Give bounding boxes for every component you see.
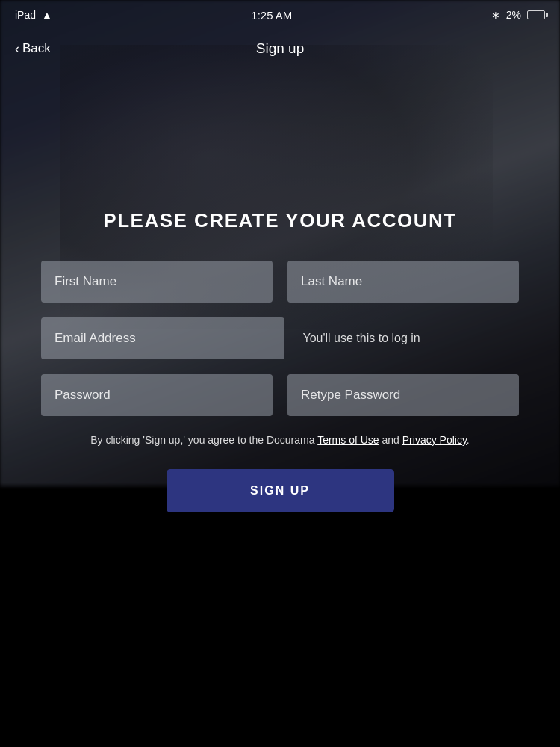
- battery-percent: 2%: [506, 9, 521, 21]
- email-row: You'll use this to log in: [41, 317, 519, 359]
- back-button[interactable]: ‹ Back: [15, 41, 51, 57]
- page-heading: PLEASE CREATE YOUR ACCOUNT: [41, 209, 519, 232]
- nav-title: Sign up: [256, 40, 304, 57]
- bluetooth-icon: ∗: [491, 9, 500, 21]
- email-hint-text: You'll use this to log in: [299, 332, 520, 345]
- status-bar: iPad ▲ 1:25 AM ∗ 2%: [0, 0, 560, 30]
- device-label: iPad: [15, 9, 36, 21]
- name-row: [41, 261, 519, 303]
- signup-button[interactable]: SIGN UP: [167, 469, 394, 512]
- terms-before: By clicking 'Sign up,' you agree to the …: [90, 434, 317, 446]
- password-row: [41, 374, 519, 416]
- last-name-input[interactable]: [287, 261, 519, 303]
- back-chevron-icon: ‹: [15, 41, 19, 57]
- privacy-policy-link[interactable]: Privacy Policy: [402, 434, 467, 446]
- terms-middle: and: [379, 434, 402, 446]
- nav-bar: ‹ Back Sign up: [0, 30, 560, 67]
- time-display: 1:25 AM: [251, 9, 292, 22]
- retype-password-input[interactable]: [287, 374, 519, 416]
- battery-icon: [527, 10, 545, 19]
- terms-of-use-link[interactable]: Terms of Use: [317, 434, 379, 446]
- status-right: ∗ 2%: [491, 9, 545, 21]
- password-input[interactable]: [41, 374, 273, 416]
- status-left: iPad ▲: [15, 9, 52, 21]
- email-input[interactable]: [41, 317, 284, 359]
- first-name-input[interactable]: [41, 261, 273, 303]
- terms-after: .: [467, 434, 470, 446]
- terms-text: By clicking 'Sign up,' you agree to the …: [41, 433, 519, 448]
- wifi-icon: ▲: [42, 9, 52, 21]
- main-content: PLEASE CREATE YOUR ACCOUNT You'll use th…: [0, 209, 560, 512]
- back-label: Back: [22, 41, 51, 56]
